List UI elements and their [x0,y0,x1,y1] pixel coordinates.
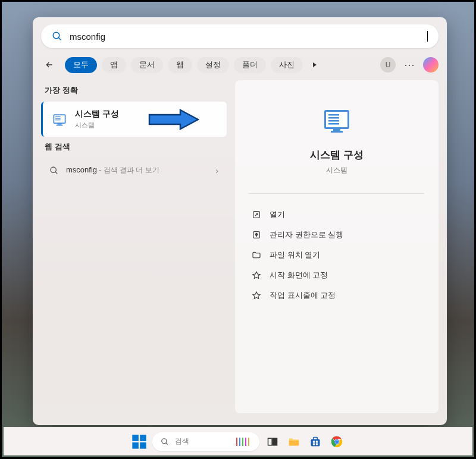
callout-arrow-icon [146,109,199,130]
preview-pane: 시스템 구성 시스템 열기 관리자 권한으로 실행 파일 위치 열기 시작 화면… [235,80,439,413]
action-run-as-admin[interactable]: 관리자 권한으로 실행 [249,225,424,245]
svg-rect-15 [328,120,339,122]
svg-rect-40 [316,443,318,445]
filter-tabs-row: 모두 앱 문서 웹 설정 폴더 사진 U ⋯ [33,54,447,80]
svg-rect-37 [313,441,315,442]
search-highlight-icon [234,436,251,448]
results-area: 가장 정확 시스템 구성 시스템 웹 검색 msconfig - 검색 결과 더… [33,80,447,413]
svg-rect-35 [311,439,320,446]
windows-search-panel: msconfig 모두 앱 문서 웹 설정 폴더 사진 U ⋯ 가장 정확 시스… [33,17,447,425]
svg-rect-21 [132,435,139,441]
search-bar[interactable]: msconfig [41,24,439,48]
open-icon [252,210,261,219]
svg-rect-24 [140,442,146,449]
filter-photos[interactable]: 사진 [271,57,303,73]
search-icon [161,438,169,446]
svg-rect-36 [314,437,318,439]
pin-icon [252,291,261,300]
svg-point-0 [53,32,60,39]
svg-point-9 [51,167,56,172]
results-left-column: 가장 정확 시스템 구성 시스템 웹 검색 msconfig - 검색 결과 더… [41,80,227,413]
svg-line-1 [58,37,61,40]
divider [249,193,424,194]
taskbar-file-explorer[interactable] [286,433,302,450]
filter-documents[interactable]: 문서 [131,57,163,73]
svg-rect-5 [55,118,61,118]
svg-rect-6 [55,120,61,120]
search-input[interactable]: msconfig [70,32,427,42]
svg-rect-7 [58,124,62,125]
action-open-file-location[interactable]: 파일 위치 열기 [249,245,424,265]
best-match-subtitle: 시스템 [75,121,119,130]
svg-rect-14 [328,117,339,119]
best-match-title: 시스템 구성 [75,109,119,120]
svg-rect-39 [313,443,315,445]
best-match-heading: 가장 정확 [41,80,227,102]
back-button[interactable] [41,56,58,73]
svg-rect-23 [132,442,139,449]
svg-line-10 [55,172,57,174]
svg-rect-4 [55,116,61,117]
msconfig-icon [321,105,353,137]
taskbar-search-placeholder: 검색 [175,436,228,447]
svg-point-44 [335,440,339,444]
svg-rect-18 [331,131,343,133]
preview-title: 시스템 구성 [249,148,424,162]
action-pin-to-taskbar[interactable]: 작업 표시줄에 고정 [249,285,424,306]
search-icon [52,31,62,42]
shield-icon [252,230,261,240]
action-pin-to-start[interactable]: 시작 화면에 고정 [249,265,424,285]
web-result-suffix: - 검색 결과 더 보기 [97,166,159,174]
svg-point-25 [162,438,167,443]
web-search-result[interactable]: msconfig - 검색 결과 더 보기 › [41,158,227,183]
filter-web[interactable]: 웹 [168,57,192,73]
web-search-heading: 웹 검색 [41,137,227,158]
filter-folders[interactable]: 폴더 [234,57,266,73]
search-icon [49,166,59,175]
svg-rect-16 [328,123,339,125]
pin-icon [252,271,261,280]
best-match-result[interactable]: 시스템 구성 시스템 [41,102,227,137]
filter-all[interactable]: 모두 [65,57,97,73]
user-avatar[interactable]: U [380,57,396,73]
svg-rect-8 [57,124,63,125]
svg-rect-17 [333,129,340,131]
msconfig-icon [51,111,68,128]
more-filters-button[interactable] [308,58,322,72]
taskbar-chrome[interactable] [328,433,345,450]
taskbar-microsoft-store[interactable] [307,433,324,450]
preview-subtitle: 시스템 [249,165,424,175]
taskbar-search[interactable]: 검색 [152,432,259,451]
svg-rect-22 [140,435,146,441]
svg-rect-34 [289,441,299,445]
start-button[interactable] [131,433,148,450]
svg-rect-12 [326,112,347,127]
taskbar-task-view[interactable] [264,433,281,450]
svg-line-26 [166,442,168,444]
svg-rect-38 [316,441,318,442]
taskbar: 검색 [4,427,472,455]
web-result-query: msconfig [66,165,97,174]
folder-icon [252,250,261,260]
action-open[interactable]: 열기 [249,205,424,225]
svg-rect-33 [273,438,277,445]
filter-apps[interactable]: 앱 [102,57,126,73]
chevron-right-icon: › [215,166,218,175]
copilot-icon[interactable] [423,57,439,73]
more-options-button[interactable]: ⋯ [400,58,418,71]
svg-rect-32 [268,438,273,445]
svg-rect-13 [328,114,339,116]
filter-settings[interactable]: 설정 [197,57,229,73]
